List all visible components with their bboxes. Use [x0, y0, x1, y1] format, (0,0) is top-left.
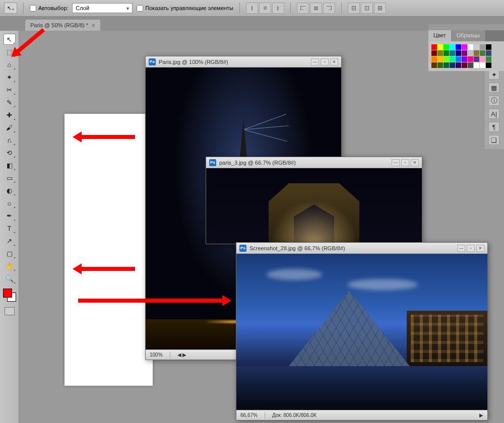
- swatch[interactable]: [468, 50, 473, 56]
- swatch[interactable]: [444, 62, 449, 68]
- minimize-icon[interactable]: —: [457, 245, 465, 252]
- swatch[interactable]: [468, 62, 473, 68]
- eyedropper-tool[interactable]: ✎: [4, 97, 16, 108]
- swatch[interactable]: [431, 62, 437, 68]
- path-selection-tool[interactable]: ↗: [4, 235, 16, 246]
- tab-swatches[interactable]: Образцы: [452, 30, 485, 41]
- character-icon[interactable]: A|: [488, 109, 499, 119]
- swatch[interactable]: [480, 50, 485, 56]
- swatch[interactable]: [456, 50, 461, 56]
- swatch[interactable]: [486, 44, 491, 50]
- distribute-h-icon[interactable]: ⊟: [348, 3, 360, 14]
- swatch[interactable]: [437, 56, 443, 62]
- history-brush-tool[interactable]: ⟲: [4, 147, 16, 158]
- swatch[interactable]: [486, 56, 491, 62]
- swatch[interactable]: [468, 56, 473, 62]
- blur-tool[interactable]: ◐: [4, 185, 16, 196]
- swatch[interactable]: [462, 50, 467, 56]
- swatch[interactable]: [431, 56, 437, 62]
- crop-tool[interactable]: ✂: [4, 84, 16, 95]
- minimize-icon[interactable]: —: [392, 159, 400, 166]
- auto-select-checkbox[interactable]: Автовыбор:: [30, 5, 68, 12]
- document-tab[interactable]: Paris @ 50% (RGB/8) * ✕: [25, 20, 100, 31]
- swatch[interactable]: [444, 56, 449, 62]
- brush-tool[interactable]: 🖌: [4, 122, 16, 133]
- swatch[interactable]: [480, 56, 485, 62]
- window-titlebar[interactable]: Ps Paris.jpg @ 100% (RGB/8#) — ▫ ✕: [146, 56, 341, 67]
- show-controls-input[interactable]: [137, 5, 143, 12]
- swatch[interactable]: [474, 62, 479, 68]
- layer-dropdown[interactable]: Слой: [72, 3, 133, 13]
- tab-color[interactable]: Цвет: [428, 30, 452, 41]
- maximize-icon[interactable]: ▫: [321, 58, 329, 65]
- swatch[interactable]: [456, 44, 461, 50]
- swatch[interactable]: [468, 44, 473, 50]
- swatch[interactable]: [474, 44, 479, 50]
- swatch[interactable]: [431, 44, 437, 50]
- pen-tool[interactable]: ✒: [4, 210, 16, 221]
- info-icon[interactable]: ⓘ: [488, 96, 499, 106]
- floating-window-screenshot28[interactable]: Ps Screenshot_28.jpg @ 66,7% (RGB/8#) — …: [236, 242, 488, 420]
- scroll-icon[interactable]: ▶: [479, 412, 483, 418]
- layers-icon[interactable]: ❏: [488, 135, 499, 145]
- swatch[interactable]: [431, 50, 437, 56]
- close-icon[interactable]: ✕: [330, 58, 338, 65]
- swatch[interactable]: [462, 56, 467, 62]
- move-tool[interactable]: ↖: [4, 34, 16, 45]
- maximize-icon[interactable]: ▫: [401, 159, 409, 166]
- swatch[interactable]: [480, 62, 485, 68]
- swatch[interactable]: [462, 62, 467, 68]
- swatch[interactable]: [450, 44, 455, 50]
- lasso-tool[interactable]: ⌂: [4, 59, 16, 70]
- close-icon[interactable]: ✕: [91, 23, 95, 28]
- swatch[interactable]: [474, 50, 479, 56]
- swatch[interactable]: [450, 50, 455, 56]
- dodge-tool[interactable]: ☼: [4, 197, 16, 208]
- gradient-tool[interactable]: ▭: [4, 172, 16, 183]
- align-hcenter-icon[interactable]: ≣: [310, 3, 322, 14]
- swatch[interactable]: [450, 62, 455, 68]
- swatch[interactable]: [437, 50, 443, 56]
- foreground-color-swatch[interactable]: [3, 289, 12, 298]
- hand-tool[interactable]: ✋: [4, 260, 16, 271]
- zoom-tool[interactable]: 🔍: [4, 273, 16, 284]
- eraser-tool[interactable]: ◧: [4, 160, 16, 171]
- adjustments-icon[interactable]: ▦: [488, 83, 499, 93]
- swatch[interactable]: [474, 56, 479, 62]
- align-right-icon[interactable]: ⫎: [323, 3, 335, 14]
- show-controls-checkbox[interactable]: Показать управляющие элементы: [137, 5, 233, 12]
- zoom-level[interactable]: 66,67%: [240, 412, 258, 418]
- maximize-icon[interactable]: ▫: [467, 245, 475, 252]
- type-tool[interactable]: T: [4, 223, 16, 234]
- swatch[interactable]: [480, 44, 485, 50]
- align-vcenter-icon[interactable]: ≡: [259, 3, 271, 14]
- rectangle-tool[interactable]: ▢: [4, 248, 16, 259]
- window-titlebar[interactable]: Ps Screenshot_28.jpg @ 66,7% (RGB/8#) — …: [236, 243, 487, 254]
- close-icon[interactable]: ✕: [411, 159, 419, 166]
- clone-stamp-tool[interactable]: ⎌: [4, 134, 16, 146]
- paragraph-icon[interactable]: ¶: [488, 122, 499, 132]
- align-left-icon[interactable]: ⫍: [297, 3, 309, 14]
- canvas-area[interactable]: Ps Paris.jpg @ 100% (RGB/8#) — ▫ ✕: [19, 31, 504, 423]
- scroll-icon[interactable]: ◀ ▶: [177, 352, 187, 358]
- swatch[interactable]: [450, 56, 455, 62]
- align-top-icon[interactable]: ⦉: [246, 3, 258, 14]
- styles-icon[interactable]: ✦: [488, 69, 499, 80]
- fg-bg-color[interactable]: [3, 289, 16, 302]
- align-bottom-icon[interactable]: ⦊: [272, 3, 284, 14]
- window-titlebar[interactable]: Ps paris_3.jpg @ 66.7% (RGB/8#) — ▫ ✕: [206, 157, 422, 168]
- distribute-v-icon[interactable]: ⊡: [361, 3, 373, 14]
- healing-brush-tool[interactable]: ✚: [4, 109, 16, 120]
- swatch[interactable]: [456, 62, 461, 68]
- auto-align-icon[interactable]: ⊞: [374, 3, 386, 14]
- swatch[interactable]: [437, 44, 443, 50]
- swatch[interactable]: [437, 62, 443, 68]
- swatch[interactable]: [462, 44, 467, 50]
- blank-document[interactable]: [65, 114, 153, 386]
- swatch[interactable]: [486, 62, 491, 68]
- magic-wand-tool[interactable]: ✦: [4, 72, 16, 83]
- close-icon[interactable]: ✕: [476, 245, 484, 252]
- swatch[interactable]: [486, 50, 491, 56]
- minimize-icon[interactable]: —: [311, 58, 319, 65]
- swatch[interactable]: [456, 56, 461, 62]
